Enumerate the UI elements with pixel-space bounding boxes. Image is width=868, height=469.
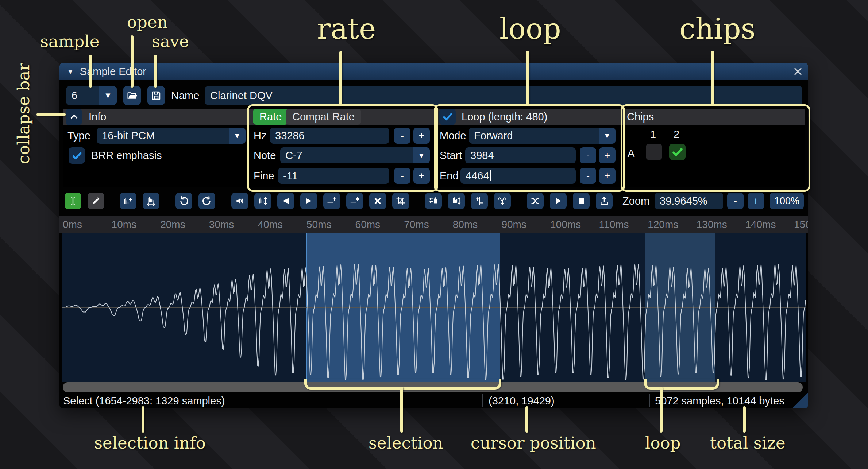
fade-in-button[interactable] bbox=[277, 193, 294, 209]
end-plus-button[interactable]: + bbox=[599, 168, 616, 184]
upload-icon bbox=[599, 196, 609, 206]
chevron-down-icon[interactable]: ▼ bbox=[413, 147, 430, 163]
annotation-line-collapse-bar bbox=[36, 113, 66, 116]
create-wavetable-button[interactable] bbox=[596, 193, 613, 209]
line-star-icon bbox=[350, 196, 359, 206]
waveform-centerline bbox=[62, 307, 806, 308]
waveform-display[interactable] bbox=[62, 233, 806, 382]
loop-panel: Loop (length: 480) Mode Forward ▼ Start … bbox=[436, 109, 623, 187]
mode-select[interactable]: Forward ▼ bbox=[469, 128, 616, 144]
save-button[interactable] bbox=[147, 86, 165, 105]
name-input-value: Clarinet DQV bbox=[210, 90, 273, 102]
zoom-out-button[interactable]: - bbox=[727, 193, 744, 209]
info-header: Info bbox=[63, 109, 250, 125]
preview-button[interactable] bbox=[550, 193, 567, 209]
time-ruler[interactable]: 0ms10ms20ms30ms40ms50ms60ms70ms80ms90ms1… bbox=[59, 216, 808, 233]
trim-button[interactable] bbox=[392, 193, 409, 209]
normalize-button[interactable] bbox=[254, 193, 271, 209]
chevron-down-icon[interactable]: ▼ bbox=[99, 86, 117, 105]
crop-icon bbox=[396, 196, 405, 206]
status-separator bbox=[649, 394, 650, 407]
crossfade-x-icon bbox=[531, 196, 540, 206]
ruler-label: 100ms bbox=[550, 219, 581, 230]
redo-button[interactable] bbox=[198, 193, 215, 209]
annotation-selection-info: selection info bbox=[94, 435, 206, 451]
select-mode-button[interactable] bbox=[65, 193, 81, 209]
chips-panel: Chips 1 2 A bbox=[623, 109, 805, 187]
annotation-line-loop bbox=[526, 51, 529, 106]
ruler-label: 140ms bbox=[745, 219, 776, 230]
fine-plus-button[interactable]: + bbox=[413, 168, 430, 184]
fine-input[interactable]: -11 bbox=[278, 168, 389, 184]
loop-start-input[interactable]: 3984 bbox=[465, 147, 576, 163]
hz-minus-button[interactable]: - bbox=[394, 128, 410, 144]
hz-input[interactable]: 33286 bbox=[270, 128, 389, 144]
amplify-button[interactable] bbox=[231, 193, 248, 209]
chevron-down-icon[interactable]: ▼ bbox=[599, 128, 616, 144]
resize-grip[interactable] bbox=[792, 392, 808, 408]
ruler-label: 20ms bbox=[160, 219, 185, 230]
signed-unsigned-button[interactable] bbox=[471, 193, 488, 209]
wave-flip-icon bbox=[452, 196, 461, 206]
rate-tab[interactable]: Rate bbox=[253, 109, 288, 125]
zoom-input[interactable]: 39.9645% bbox=[655, 193, 723, 209]
start-plus-button[interactable]: + bbox=[599, 147, 616, 163]
invert-button[interactable] bbox=[448, 193, 465, 209]
undo-button[interactable] bbox=[175, 193, 192, 209]
apply-silence-button[interactable] bbox=[346, 193, 363, 209]
resize-button[interactable] bbox=[120, 193, 136, 209]
chips-header: Chips bbox=[623, 109, 805, 125]
crossfade-loop-button[interactable] bbox=[527, 193, 544, 209]
type-select-value: 16-bit PCM bbox=[97, 130, 229, 142]
chip-2-checkbox[interactable] bbox=[669, 144, 686, 160]
rate-header: Rate Compat Rate bbox=[250, 109, 436, 125]
stop-button[interactable] bbox=[573, 193, 590, 209]
annotation-save: save bbox=[152, 33, 189, 50]
type-select[interactable]: 16-bit PCM ▼ bbox=[97, 128, 246, 144]
filter-button[interactable] bbox=[494, 193, 511, 209]
hz-value: 33286 bbox=[275, 130, 305, 142]
loop-end-input[interactable]: 4464 bbox=[460, 168, 576, 184]
collapse-triangle-icon[interactable]: ▼ bbox=[67, 67, 74, 76]
annotation-loop: loop bbox=[499, 15, 561, 43]
ruler-label: 80ms bbox=[453, 219, 478, 230]
info-title: Info bbox=[89, 111, 106, 123]
status-separator bbox=[482, 394, 483, 407]
check-icon bbox=[72, 150, 82, 161]
chip-row-label: A bbox=[628, 147, 634, 159]
chips-body: 1 2 A bbox=[623, 125, 805, 187]
brr-emphasis-checkbox[interactable] bbox=[69, 147, 85, 164]
info-collapse-button[interactable] bbox=[66, 109, 82, 125]
zoom-value: 39.9645% bbox=[660, 195, 707, 207]
insert-silence-button[interactable] bbox=[323, 193, 340, 209]
note-select[interactable]: C-7 ▼ bbox=[280, 147, 430, 163]
ruler-label: 40ms bbox=[258, 219, 282, 230]
open-button[interactable] bbox=[123, 86, 141, 105]
ruler-label: 10ms bbox=[112, 219, 136, 230]
fine-minus-button[interactable]: - bbox=[394, 168, 410, 184]
end-minus-button[interactable]: - bbox=[580, 168, 596, 184]
ruler-label: 30ms bbox=[209, 219, 234, 230]
chevron-up-icon bbox=[69, 112, 79, 121]
chevron-down-icon[interactable]: ▼ bbox=[229, 128, 246, 144]
close-icon[interactable] bbox=[793, 66, 803, 77]
resample-button[interactable] bbox=[143, 193, 159, 209]
loop-end-label: End bbox=[440, 168, 459, 184]
compat-rate-tab[interactable]: Compat Rate bbox=[286, 109, 361, 125]
loop-checkbox[interactable] bbox=[439, 109, 456, 125]
reverse-button[interactable] bbox=[425, 193, 442, 209]
fade-out-button[interactable] bbox=[300, 193, 317, 209]
sample-select[interactable]: 6 ▼ bbox=[66, 86, 117, 105]
annotation-line-chips bbox=[711, 51, 714, 106]
start-minus-button[interactable]: - bbox=[580, 147, 596, 163]
hz-plus-button[interactable]: + bbox=[413, 128, 430, 144]
zoom-in-button[interactable]: + bbox=[748, 193, 764, 209]
draw-mode-button[interactable] bbox=[88, 193, 104, 209]
chip-1-checkbox[interactable] bbox=[646, 144, 662, 160]
zoom-reset-button[interactable]: 100% bbox=[770, 193, 804, 209]
titlebar[interactable]: ▼ Sample Editor bbox=[59, 63, 808, 80]
delete-button[interactable] bbox=[369, 193, 386, 209]
sample-select-value: 6 bbox=[66, 90, 99, 102]
wave-stretch-icon bbox=[146, 196, 156, 206]
plus-minus-icon bbox=[475, 196, 484, 206]
